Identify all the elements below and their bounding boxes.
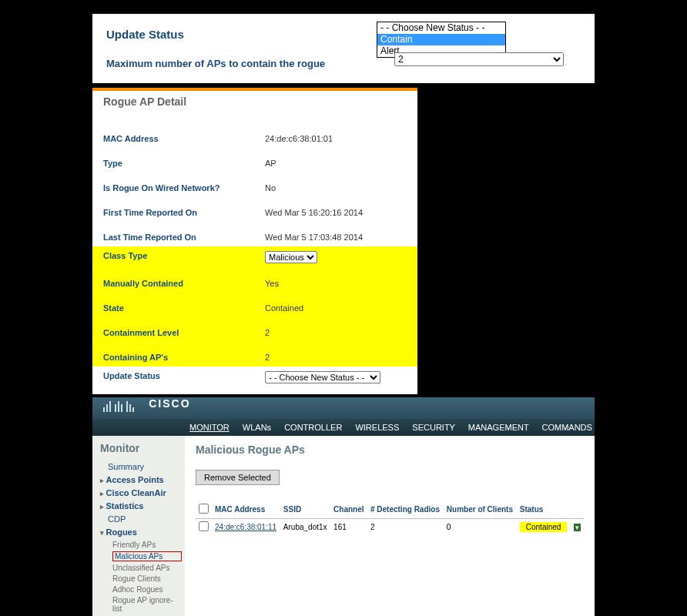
- wired-row: Is Rogue On Wired Network? No: [92, 179, 417, 197]
- row-clients: 0: [444, 519, 517, 536]
- caps-label: Containing AP's: [103, 353, 265, 362]
- th-detecting[interactable]: # Detecting Radios: [367, 502, 444, 519]
- clevel-value: 2: [265, 328, 270, 337]
- update-status-title: Update Status: [106, 28, 581, 41]
- clevel-label: Containment Level: [103, 328, 265, 337]
- clevel-row: Containment Level 2: [92, 323, 417, 342]
- caps-value: 2: [265, 353, 270, 362]
- sidebar-malicious-aps[interactable]: Malicious APs: [112, 551, 182, 561]
- menu-monitor[interactable]: MONITOR: [189, 423, 230, 432]
- remove-selected-button[interactable]: Remove Selected: [196, 470, 280, 485]
- sidebar-rogue-ignore[interactable]: Rogue AP ignore-list: [112, 596, 182, 613]
- max-aps-select[interactable]: 2: [394, 52, 564, 66]
- sidebar-access-points[interactable]: Access Points: [100, 475, 182, 484]
- row-action-dropdown-icon[interactable]: ▾: [574, 524, 581, 531]
- caps-row: Containing AP's 2: [92, 348, 417, 367]
- wired-label: Is Rogue On Wired Network?: [103, 183, 265, 192]
- wlc-monitor-panel: CISCO MONITOR WLANs CONTROLLER WIRELESS …: [92, 397, 595, 616]
- sidebar: Monitor Summary Access Points Cisco Clea…: [92, 436, 185, 616]
- row-checkbox[interactable]: [199, 521, 209, 531]
- menu-wireless[interactable]: WIRELESS: [355, 423, 399, 432]
- wired-value: No: [265, 183, 276, 192]
- table-row: 24:de:c6:38:01:11 Aruba_dot1x 161 2 0 Co…: [196, 519, 584, 536]
- last-row: Last Time Reported On Wed Mar 5 17:03:48…: [92, 228, 417, 246]
- sidebar-cdp[interactable]: CDP: [108, 514, 182, 524]
- select-all-checkbox[interactable]: [199, 504, 209, 514]
- sidebar-adhoc-rogues[interactable]: Adhoc Rogues: [112, 585, 182, 594]
- last-value: Wed Mar 5 17:03:48 2014: [265, 233, 363, 242]
- sidebar-friendly-aps[interactable]: Friendly APs: [112, 541, 182, 549]
- rogue-ap-detail-panel: Rogue AP Detail MAC Address 24:de:c6:38:…: [92, 88, 417, 394]
- sidebar-unclassified-aps[interactable]: Unclassified APs: [112, 564, 182, 572]
- th-clients[interactable]: Number of Clients: [444, 502, 517, 519]
- rogue-ap-table: MAC Address SSID Channel # Detecting Rad…: [196, 502, 584, 535]
- sidebar-cleanair[interactable]: Cisco CleanAir: [100, 488, 182, 497]
- first-value: Wed Mar 5 16:20:16 2014: [265, 208, 363, 217]
- upd-label: Update Status: [103, 371, 265, 383]
- update-status-select[interactable]: - - Choose New Status - -: [265, 371, 380, 383]
- state-row: State Contained: [92, 299, 417, 317]
- update-status-panel: Update Status - - Choose New Status - - …: [92, 14, 595, 83]
- row-ssid: Aruba_dot1x: [280, 519, 330, 536]
- menu-management[interactable]: MANAGEMENT: [468, 423, 529, 432]
- sidebar-statistics[interactable]: Statistics: [100, 501, 182, 511]
- sidebar-rogues[interactable]: Rogues: [100, 527, 182, 537]
- cisco-brand-text: CISCO: [149, 397, 190, 410]
- first-row: First Time Reported On Wed Mar 5 16:20:1…: [92, 203, 417, 222]
- th-status[interactable]: Status: [517, 502, 571, 519]
- top-menu: MONITOR WLANs CONTROLLER WIRELESS SECURI…: [92, 419, 595, 436]
- man-row: Manually Contained Yes: [92, 274, 417, 293]
- upd-row: Update Status - - Choose New Status - -: [92, 367, 417, 388]
- main-content: Malicious Rogue APs Remove Selected MAC …: [185, 436, 595, 616]
- mac-label: MAC Address: [103, 134, 265, 143]
- sidebar-title: Monitor: [100, 442, 182, 454]
- class-row: Class Type Malicious: [92, 246, 417, 268]
- table-header-row: MAC Address SSID Channel # Detecting Rad…: [196, 502, 584, 519]
- upd-value-wrap: - - Choose New Status - -: [265, 371, 380, 383]
- rogue-ap-detail-title: Rogue AP Detail: [92, 88, 417, 116]
- row-channel: 161: [330, 519, 367, 536]
- main-title: Malicious Rogue APs: [196, 444, 584, 456]
- first-label: First Time Reported On: [103, 208, 265, 217]
- menu-commands[interactable]: COMMANDS: [542, 423, 592, 432]
- menu-wlans[interactable]: WLANs: [243, 423, 271, 432]
- th-mac[interactable]: MAC Address: [212, 502, 280, 519]
- man-label: Manually Contained: [103, 279, 265, 288]
- man-value: Yes: [265, 279, 279, 288]
- mac-value: 24:de:c6:38:01:01: [265, 134, 333, 143]
- menu-controller[interactable]: CONTROLLER: [284, 423, 342, 432]
- class-label: Class Type: [103, 251, 265, 263]
- class-value-wrap: Malicious: [265, 251, 317, 263]
- state-label: State: [103, 303, 265, 313]
- sidebar-summary[interactable]: Summary: [108, 462, 182, 471]
- type-row: Type AP: [92, 154, 417, 172]
- class-type-select[interactable]: Malicious: [265, 251, 317, 263]
- cisco-brand-band: CISCO: [92, 397, 595, 419]
- status-option-contain[interactable]: Contain: [377, 34, 505, 45]
- type-label: Type: [103, 159, 265, 168]
- mac-row: MAC Address 24:de:c6:38:01:01: [92, 129, 417, 148]
- row-detecting: 2: [367, 519, 444, 536]
- row-mac-link[interactable]: 24:de:c6:38:01:11: [215, 523, 276, 531]
- type-value: AP: [265, 159, 276, 168]
- state-value: Contained: [265, 303, 303, 313]
- cisco-logo-icon: [103, 401, 136, 413]
- status-option-choose[interactable]: - - Choose New Status - -: [377, 22, 505, 34]
- th-ssid[interactable]: SSID: [280, 502, 330, 519]
- menu-security[interactable]: SECURITY: [412, 423, 454, 432]
- row-status: Contained: [520, 522, 568, 532]
- highlight-block: Class Type Malicious Manually Contained …: [92, 246, 417, 367]
- last-label: Last Time Reported On: [103, 233, 265, 242]
- th-channel[interactable]: Channel: [330, 502, 367, 519]
- sidebar-rogue-clients[interactable]: Rogue Clients: [112, 574, 182, 583]
